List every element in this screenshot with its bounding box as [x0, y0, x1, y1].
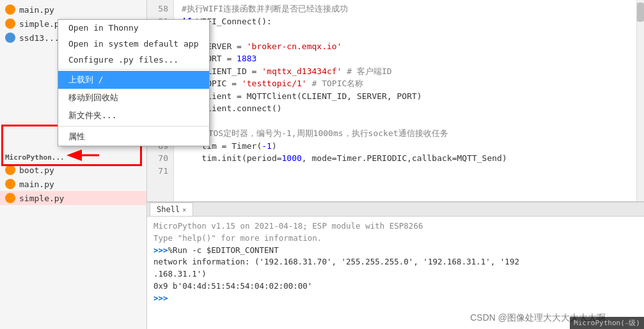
sidebar-label-ssd: ssd13... [19, 33, 59, 43]
context-menu-open-system[interactable]: Open in system default app [58, 36, 209, 52]
shell-info-line1: MicroPython v1.15 on 2021-04-18; ESP mod… [153, 220, 638, 233]
shell-tab-bar: Shell × [147, 203, 644, 217]
context-menu-configure[interactable]: Configure .py files... [58, 52, 209, 68]
editor-area: 58 59 60 61 62 63 64 65 66 67 68 69 70 7… [147, 0, 644, 201]
shell-prompt-line2: >>> [153, 293, 638, 305]
shell-panel: Shell × MicroPython v1.15 on 2021-04-18;… [147, 201, 644, 329]
main-container: main.py simple.py ssd13... Open in Thonn… [0, 0, 644, 329]
sidebar-label-main-top: main.py [19, 5, 54, 15]
shell-info-line2: Type "help()" for more information. [153, 233, 638, 245]
code-editor[interactable]: #执行WIFI连接函数并判断是否已经连接成功 if WIFI_Connect()… [174, 0, 644, 201]
file-icon-main-top [5, 4, 15, 15]
line-num-71: 71 [152, 165, 168, 178]
sidebar-label-boot: boot.py [19, 165, 54, 175]
file-icon-main-bottom [5, 179, 15, 189]
sidebar-section-label: MicroPython... [0, 149, 146, 163]
sidebar-item-boot[interactable]: boot.py [0, 163, 146, 177]
editor-scrollbar[interactable] [636, 0, 644, 201]
shell-cmd1: %Run -c $EDITOR_CONTENT [168, 245, 279, 257]
right-panel: 58 59 60 61 62 63 64 65 66 67 68 69 70 7… [147, 0, 644, 329]
sidebar-item-main-bottom[interactable]: main.py [0, 177, 146, 191]
file-icon-ssd [5, 33, 15, 43]
sidebar-item-main-top[interactable]: main.py [0, 3, 146, 17]
context-menu-new-folder[interactable]: 新文件夹... [58, 107, 209, 125]
shell-prompt2: >>> [153, 293, 168, 305]
context-menu-trash[interactable]: 移动到回收站 [58, 89, 209, 107]
sidebar: main.py simple.py ssd13... Open in Thonn… [0, 0, 147, 329]
sidebar-label-main-bottom: main.py [19, 180, 54, 189]
shell-network-info: network information: ('192.168.31.70', '… [153, 256, 638, 268]
code-content: 58 59 60 61 62 63 64 65 66 67 68 69 70 7… [147, 0, 644, 201]
sidebar-item-simple-bottom[interactable]: simple.py [0, 191, 146, 205]
file-icon-simple-top [5, 19, 15, 29]
watermark: CSDN @图像处理大大大大大大啊 [470, 312, 606, 324]
shell-network-info2: .168.31.1') [153, 268, 638, 280]
sidebar-label-simple-bottom: simple.py [19, 194, 64, 203]
context-menu-sep2 [58, 126, 209, 126]
shell-tab-label: Shell [157, 205, 180, 214]
scrollbar-thumb[interactable] [637, 3, 644, 22]
file-icon-simple-bottom [5, 193, 15, 203]
shell-mac-info: 0x9 b'04:4d:51:54:54:04:02:00:00' [153, 280, 638, 293]
shell-prompt1: >>> [153, 245, 168, 257]
file-icon-boot [5, 165, 15, 175]
shell-close-button[interactable]: × [182, 206, 186, 213]
line-num-70: 70 [152, 152, 168, 165]
context-menu-properties[interactable]: 属性 [58, 128, 209, 146]
shell-command-line: >>> %Run -c $EDITOR_CONTENT [153, 245, 638, 257]
line-num-58: 58 [152, 3, 168, 15]
context-menu-open-thonny[interactable]: Open in Thonny [58, 20, 209, 36]
context-menu-upload[interactable]: 上载到 / [58, 71, 209, 89]
context-menu: Open in Thonny Open in system default ap… [58, 19, 210, 146]
shell-tab[interactable]: Shell × [150, 203, 193, 216]
context-menu-sep1 [58, 69, 209, 70]
sidebar-section: MicroPython... boot.py main.py simple.py [0, 149, 146, 205]
